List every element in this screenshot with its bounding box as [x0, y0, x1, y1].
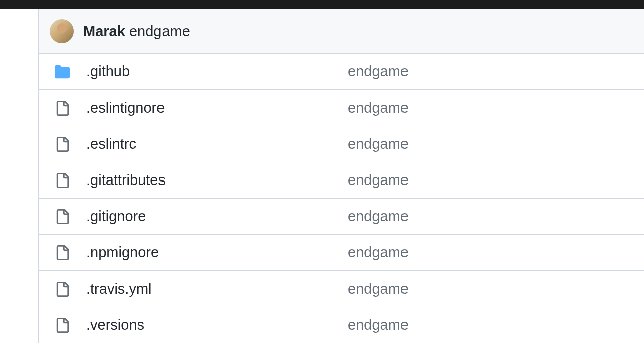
file-row: .travis.ymlendgame — [39, 271, 644, 307]
repo-file-browser: Marak endgame .githubendgame.eslintignor… — [0, 9, 644, 343]
file-name-link[interactable]: .gitignore — [86, 208, 348, 225]
file-name-link[interactable]: .gitattributes — [86, 172, 348, 189]
file-icon — [55, 101, 86, 116]
file-commit-message[interactable]: endgame — [348, 63, 409, 80]
file-name-link[interactable]: .npmignore — [86, 244, 348, 261]
file-row: .versionsendgame — [39, 307, 644, 343]
file-name-link[interactable]: .travis.yml — [86, 281, 348, 297]
file-commit-message[interactable]: endgame — [348, 136, 409, 152]
file-commit-message[interactable]: endgame — [348, 281, 409, 297]
file-commit-message[interactable]: endgame — [348, 100, 409, 116]
file-commit-message[interactable]: endgame — [348, 172, 409, 189]
file-name-link[interactable]: .eslintignore — [86, 100, 348, 116]
file-icon — [55, 137, 86, 152]
file-icon — [55, 282, 86, 297]
file-name-link[interactable]: .github — [86, 63, 348, 80]
file-name-link[interactable]: .eslintrc — [86, 136, 348, 152]
latest-commit-header[interactable]: Marak endgame — [38, 9, 644, 54]
file-row: .eslintignoreendgame — [39, 90, 644, 126]
file-commit-message[interactable]: endgame — [348, 208, 409, 225]
commit-author[interactable]: Marak — [83, 23, 125, 39]
file-commit-message[interactable]: endgame — [348, 244, 409, 261]
browser-chrome-bar — [0, 0, 644, 9]
file-row: .npmignoreendgame — [39, 235, 644, 271]
file-commit-message[interactable]: endgame — [348, 317, 409, 333]
file-row: .eslintrcendgame — [39, 126, 644, 162]
file-icon — [55, 245, 86, 260]
file-icon — [55, 209, 86, 224]
file-name-link[interactable]: .versions — [86, 317, 348, 333]
file-row: .githubendgame — [39, 54, 644, 90]
file-list: .githubendgame.eslintignoreendgame.eslin… — [38, 54, 644, 343]
file-icon — [55, 318, 86, 333]
folder-icon — [55, 64, 86, 79]
commit-summary: Marak endgame — [83, 23, 190, 40]
file-row: .gitattributesendgame — [39, 162, 644, 199]
avatar[interactable] — [50, 19, 74, 43]
file-icon — [55, 173, 86, 188]
commit-message[interactable]: endgame — [129, 23, 190, 39]
file-row: .gitignoreendgame — [39, 199, 644, 235]
